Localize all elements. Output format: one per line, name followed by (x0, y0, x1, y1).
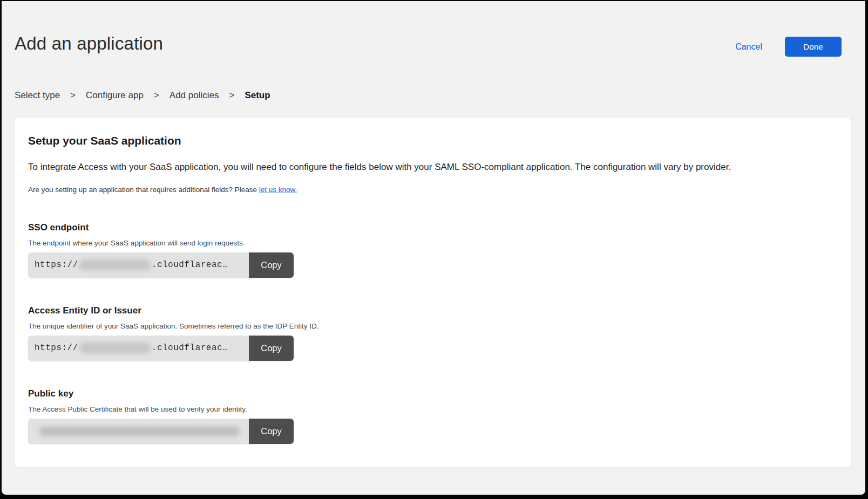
value-suffix: .cloudflareac… (152, 260, 228, 270)
breadcrumb-separator: > (70, 90, 76, 101)
breadcrumb: Select type > Configure app > Add polici… (2, 90, 865, 101)
public-key-value (28, 419, 249, 444)
field-access-entity-id: Access Entity ID or Issuer The unique id… (28, 305, 837, 361)
value-suffix: .cloudflareac… (152, 343, 228, 353)
setup-card: Setup your SaaS application To integrate… (14, 117, 851, 468)
let-us-know-link[interactable]: let us know. (259, 186, 297, 194)
public-key-description: The Access Public Certificate that will … (28, 405, 837, 413)
access-entity-id-copy-button[interactable]: Copy (249, 336, 294, 361)
sso-endpoint-copy-button[interactable]: Copy (249, 252, 294, 278)
access-entity-id-label: Access Entity ID or Issuer (28, 305, 837, 316)
page-title: Add an application (15, 33, 163, 54)
page-header: Add an application Cancel Done (2, 1, 865, 57)
card-note: Are you setting up an application that r… (28, 186, 837, 194)
field-public-key: Public key The Access Public Certificate… (28, 388, 837, 444)
breadcrumb-separator: > (229, 90, 234, 101)
access-entity-id-value: https:// .cloudflareac… (28, 336, 249, 361)
breadcrumb-item-select-type[interactable]: Select type (15, 90, 60, 101)
access-entity-id-value-row: https:// .cloudflareac… Copy (28, 336, 294, 361)
value-prefix: https:// (35, 260, 78, 270)
sso-endpoint-label: SSO endpoint (28, 222, 837, 233)
public-key-value-row: Copy (28, 419, 294, 444)
public-key-copy-button[interactable]: Copy (249, 419, 294, 444)
sso-endpoint-description: The endpoint where your SaaS application… (28, 239, 837, 247)
cancel-button[interactable]: Cancel (735, 42, 762, 52)
sso-endpoint-value: https:// .cloudflareac… (28, 252, 249, 278)
page: Add an application Cancel Done Select ty… (2, 1, 865, 495)
card-heading: Setup your SaaS application (28, 134, 837, 147)
access-entity-id-description: The unique identifier of your SaaS appli… (28, 322, 837, 330)
header-actions: Cancel Done (735, 33, 842, 57)
card-note-text: Are you setting up an application that r… (28, 186, 259, 194)
breadcrumb-item-add-policies[interactable]: Add policies (169, 90, 219, 101)
breadcrumb-item-setup: Setup (245, 90, 270, 101)
field-sso-endpoint: SSO endpoint The endpoint where your Saa… (28, 222, 837, 278)
done-button[interactable]: Done (785, 37, 842, 57)
redacted-blur (79, 259, 151, 270)
sso-endpoint-value-row: https:// .cloudflareac… Copy (28, 252, 294, 278)
public-key-label: Public key (28, 388, 837, 399)
card-description: To integrate Access with your SaaS appli… (28, 161, 837, 174)
breadcrumb-separator: > (154, 90, 159, 101)
breadcrumb-item-configure-app[interactable]: Configure app (86, 90, 144, 101)
value-prefix: https:// (35, 343, 78, 353)
redacted-blur (39, 427, 240, 436)
redacted-blur (79, 343, 151, 353)
